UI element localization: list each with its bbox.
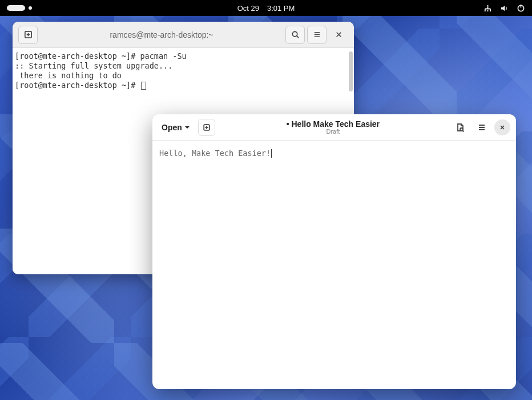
system-tray[interactable] <box>483 4 525 13</box>
close-button[interactable] <box>494 119 510 135</box>
menu-button[interactable] <box>307 26 327 44</box>
open-button[interactable]: Open <box>158 121 194 134</box>
clock-button[interactable]: Oct 29 3:01 PM <box>237 4 295 13</box>
activities-dot-icon <box>29 6 32 10</box>
topbar-time: 3:01 PM <box>267 4 295 13</box>
open-button-label: Open <box>162 123 182 132</box>
volume-icon <box>500 4 509 13</box>
svg-point-23 <box>460 128 463 131</box>
editor-headerbar: Open • Hello Make Tech Easier Draft <box>152 114 516 141</box>
new-document-button[interactable] <box>198 119 215 136</box>
svg-line-14 <box>296 36 298 38</box>
svg-rect-7 <box>490 9 491 10</box>
search-button[interactable] <box>285 26 305 44</box>
document-subtitle: Draft <box>220 128 446 135</box>
document-title: • Hello Make Tech Easier <box>220 119 446 129</box>
power-icon <box>517 4 525 13</box>
text-cursor <box>271 149 272 158</box>
svg-rect-6 <box>485 9 486 10</box>
text-editor-window: Open • Hello Make Tech Easier Draft Hell… <box>152 114 516 389</box>
editor-textarea[interactable]: Hello, Make Tech Easier! <box>152 141 516 389</box>
svg-rect-2 <box>487 10 489 11</box>
topbar-date: Oct 29 <box>237 4 259 13</box>
gnome-topbar: Oct 29 3:01 PM <box>0 0 532 16</box>
activities-pill-icon <box>7 5 25 11</box>
svg-rect-9 <box>521 4 522 7</box>
document-info-button[interactable] <box>451 118 469 137</box>
svg-rect-5 <box>485 8 490 9</box>
new-tab-button[interactable] <box>18 26 38 44</box>
chevron-down-icon <box>184 125 190 130</box>
network-icon <box>483 4 492 13</box>
scrollbar-thumb[interactable] <box>349 51 353 91</box>
svg-line-24 <box>463 130 464 131</box>
editor-content: Hello, Make Tech Easier! <box>159 149 271 158</box>
terminal-line: there is nothing to do <box>15 71 122 80</box>
terminal-line: [root@mte-arch-desktop ~]# <box>15 81 140 90</box>
activities-indicator[interactable] <box>7 5 32 11</box>
terminal-cursor <box>141 82 146 90</box>
terminal-line: :: Starting full system upgrade... <box>15 61 172 70</box>
svg-rect-0 <box>487 5 489 6</box>
svg-point-13 <box>292 31 297 36</box>
terminal-title: ramces@mte-arch-desktop:~ <box>39 30 284 39</box>
close-button[interactable] <box>329 26 348 44</box>
terminal-line: [root@mte-arch-desktop ~]# pacman -Su <box>15 51 187 61</box>
menu-button[interactable] <box>473 118 491 137</box>
terminal-headerbar: ramces@mte-arch-desktop:~ <box>13 22 354 48</box>
editor-title-area: • Hello Make Tech Easier Draft <box>220 119 446 135</box>
